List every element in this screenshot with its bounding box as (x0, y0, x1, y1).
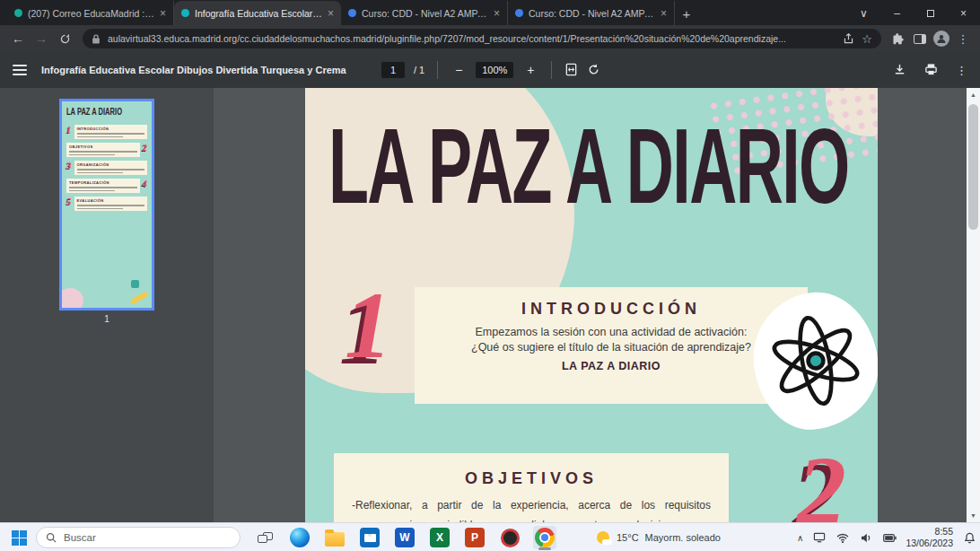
display-tray-icon[interactable] (812, 530, 827, 545)
page-total-label: / 1 (414, 65, 424, 75)
window-minimize-button[interactable]: – (880, 1, 914, 25)
lock-icon (92, 33, 101, 45)
thumbnail-section-row: 3 ORGANIZACIÓN (66, 161, 147, 175)
thumbnail-section-number: 5 (66, 197, 72, 206)
download-icon (893, 63, 906, 76)
introduction-line: ¿Qué os sugiere el título de la situació… (415, 341, 808, 354)
word-button[interactable]: W (393, 526, 416, 549)
media-app-button[interactable] (498, 526, 521, 549)
start-button[interactable] (11, 529, 27, 546)
forward-button[interactable]: → (31, 28, 52, 49)
rotate-icon (587, 63, 600, 76)
thumbnail-section-row: 5 EVALUACIÓN (66, 197, 147, 211)
vertical-scrollbar[interactable]: ▲ ▼ (967, 88, 980, 522)
taskbar-search[interactable]: Buscar (36, 527, 241, 548)
download-button[interactable] (893, 63, 906, 78)
task-view-button[interactable] (253, 526, 276, 549)
tab-correo-educamadrid[interactable]: (207) Correo EducaMadrid :: Entr × (7, 1, 174, 25)
tray-expand-chevron[interactable]: ∧ (797, 533, 803, 543)
thumbnail-section-box: INTRODUCCIÓN (74, 125, 148, 139)
avatar (933, 31, 949, 47)
pdf-action-buttons: ⋮ (893, 63, 967, 78)
reload-icon (59, 33, 71, 45)
active-app-indicator (538, 547, 551, 550)
rotate-button[interactable] (587, 63, 600, 78)
word-icon: W (395, 528, 415, 547)
browser-menu-button[interactable]: ⋮ (953, 29, 973, 48)
bookmark-star-icon[interactable]: ☆ (862, 32, 872, 46)
fit-page-button[interactable] (564, 63, 578, 78)
objectives-line: -Reflexionar, a partir de la experiencia… (352, 497, 711, 514)
share-icon[interactable] (843, 33, 854, 45)
thumbnail-section-row: 1 INTRODUCCIÓN (66, 125, 147, 139)
battery-tray-icon[interactable] (882, 530, 897, 545)
section-number-2: 2 (797, 447, 846, 522)
pdf-menu-button[interactable] (13, 65, 27, 75)
weather-desc: Mayorm. soleado (645, 532, 721, 543)
excel-icon: X (430, 528, 450, 547)
print-icon (924, 63, 938, 76)
side-panel-button[interactable] (910, 29, 930, 48)
introduction-line-bold: LA PAZ A DIARIO (415, 360, 808, 372)
notification-center-button[interactable] (962, 530, 976, 545)
page-number-input[interactable]: 1 (381, 62, 405, 78)
search-placeholder: Buscar (64, 532, 96, 543)
weather-temp: 15°C (617, 532, 639, 543)
file-explorer-button[interactable] (323, 526, 346, 549)
edge-button[interactable] (288, 526, 311, 549)
tab-close-icon[interactable]: × (160, 7, 166, 20)
window-close-button[interactable]: × (947, 1, 980, 25)
powerpoint-button[interactable]: P (463, 526, 486, 549)
zoom-in-button[interactable]: + (522, 63, 538, 77)
page-thumbnail[interactable]: LA PAZ A DIARIO 1 INTRODUCCIÓN 2 OBJETIV… (62, 101, 152, 308)
thumbnail-section-heading: OBJETIVOS (69, 144, 137, 149)
pdf-more-options-button[interactable]: ⋮ (956, 64, 967, 77)
tab-title: Infografía Educativa Escolar Dibu (195, 8, 322, 19)
zoom-out-button[interactable]: − (451, 63, 467, 77)
taskbar-apps: W X P (253, 525, 556, 550)
sun-cloud-icon (596, 530, 610, 545)
new-tab-button[interactable]: + (675, 2, 698, 25)
window-maximize-button[interactable] (914, 1, 947, 25)
scroll-down-arrow[interactable]: ▼ (967, 509, 980, 522)
thumbnail-section-box: ORGANIZACIÓN (74, 161, 148, 175)
browser-window: (207) Correo EducaMadrid :: Entr × Infog… (0, 0, 980, 551)
reload-button[interactable] (54, 28, 75, 49)
thumbnail-section-row: 4 TEMPORALIZACIÓN (66, 179, 147, 193)
weather-widget[interactable]: 15°C Mayorm. soleado (596, 523, 721, 551)
chrome-button[interactable] (533, 526, 556, 549)
thumbnail-sections: 1 INTRODUCCIÓN 2 OBJETIVOS 3 ORGANIZACIÓ… (62, 121, 152, 214)
excel-button[interactable]: X (428, 526, 451, 549)
scrollbar-thumb[interactable] (968, 104, 978, 230)
volume-tray-icon[interactable] (859, 530, 873, 545)
taskbar-clock[interactable]: 8:55 13/06/2023 (906, 526, 953, 549)
tab-search-chevron-icon[interactable]: ∨ (847, 1, 880, 25)
wifi-tray-icon[interactable] (836, 530, 850, 545)
tab-favicon (181, 9, 189, 17)
pdf-thumbnail-sidebar: LA PAZ A DIARIO 1 INTRODUCCIÓN 2 OBJETIV… (0, 88, 214, 522)
print-button[interactable] (924, 63, 938, 78)
outlook-button[interactable] (358, 526, 381, 549)
objectives-box: OBJETIVOS -Reflexionar, a partir de la e… (334, 453, 729, 522)
tab-close-icon[interactable]: × (494, 7, 500, 20)
tab-curso-cdd-2[interactable]: Curso: CDD - Nivel A2 AMPARO × (508, 1, 675, 25)
pdf-page-controls: 1 / 1 − 100% + (381, 52, 600, 88)
back-button[interactable]: ← (7, 28, 29, 49)
tab-infografia-active[interactable]: Infografía Educativa Escolar Dibu × (174, 1, 341, 25)
thumbnail-section-heading: TEMPORALIZACIÓN (69, 180, 137, 185)
tab-close-icon[interactable]: × (661, 7, 667, 20)
tab-curso-cdd-1[interactable]: Curso: CDD - Nivel A2 AMPARO × (341, 1, 508, 25)
thumbnail-section-row: 2 OBJETIVOS (66, 143, 147, 157)
objectives-line: que son imprescindibles para dialogar y … (352, 517, 711, 522)
tab-close-icon[interactable]: × (328, 7, 334, 20)
clock-date: 13/06/2023 (906, 538, 953, 549)
pdf-viewer-area: LA PAZ A DIARIO 1 INTRODUCCIÓN 2 OBJETIV… (0, 88, 980, 522)
zoom-level[interactable]: 100% (476, 62, 513, 78)
extensions-button[interactable] (888, 29, 908, 48)
pdf-page: LA PAZ A DIARIO 1 INTRODUCCIÓN Empezamos… (305, 88, 878, 522)
address-bar[interactable]: aulavirtual33.educa.madrid.org/cc.ciudad… (83, 29, 881, 48)
scroll-up-arrow[interactable]: ▲ (967, 88, 980, 101)
profile-button[interactable] (932, 29, 951, 48)
url-text[interactable]: aulavirtual33.educa.madrid.org/cc.ciudad… (108, 33, 836, 44)
tab-strip: (207) Correo EducaMadrid :: Entr × Infog… (0, 0, 980, 25)
